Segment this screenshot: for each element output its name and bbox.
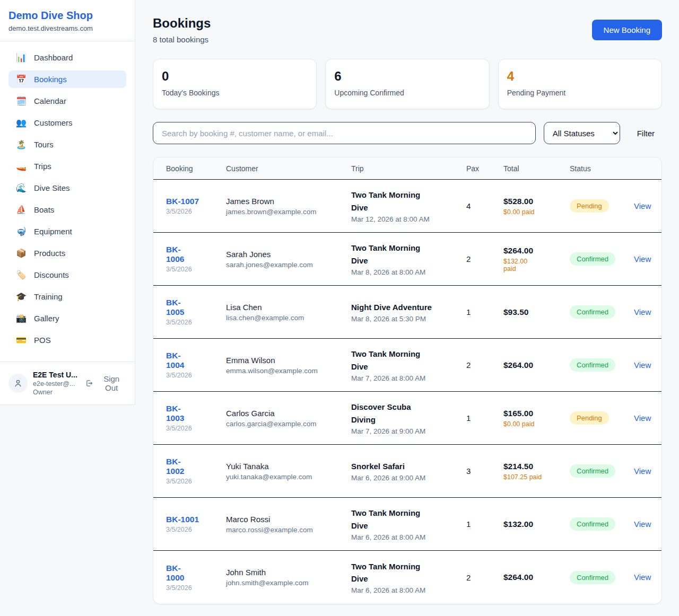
trip-name: Two Tank Morning Dive [351,348,459,373]
view-link[interactable]: View [634,573,651,582]
sign-out-label: Sign Out [97,374,126,392]
bookings-table: Booking Customer Trip Pax Total Status B… [153,157,662,604]
customer-name: Carlos Garcia [226,409,344,418]
status-badge: Confirmed [570,517,615,531]
total-amount: $165.00 [503,409,562,418]
stat-card-pending-payment: 4 Pending Payment [498,59,662,109]
sidebar-item-training[interactable]: 🎓 Training [8,288,126,305]
customer-email: lisa.chen@example.com [226,314,344,322]
stat-label: Today's Bookings [162,89,308,97]
booking-id-link[interactable]: BK- 1004 [166,351,184,370]
sign-out-button[interactable]: Sign Out [85,374,126,392]
customer-email: sarah.jones@example.com [226,261,344,269]
dashboard-icon: 📊 [16,54,27,62]
booking-id-link[interactable]: BK-1001 [166,515,199,524]
sidebar-item-boats[interactable]: ⛵ Boats [8,201,126,218]
total-amount: $264.00 [503,573,562,582]
status-badge: Pending [570,411,609,425]
sidebar-nav: 📊 Dashboard 📅 Bookings 🗓️ Calendar 👥 Cus… [0,41,135,358]
pax-count: 2 [466,360,503,369]
stat-value: 6 [334,69,480,84]
stat-value: 0 [162,69,308,84]
trip-datetime: Mar 12, 2026 at 8:00 AM [351,215,459,223]
view-link[interactable]: View [634,467,651,476]
total-amount: $93.50 [503,307,562,317]
tours-icon: 🏝️ [16,140,27,149]
column-header-pax: Pax [466,164,503,173]
total-amount: $264.00 [503,360,562,370]
trip-datetime: Mar 6, 2026 at 8:00 AM [351,586,459,594]
trip-name: Two Tank Morning Dive [351,560,459,585]
search-input[interactable] [153,122,536,144]
booking-id-link[interactable]: BK- 1000 [166,564,184,583]
user-email: e2e-tester@... [33,380,80,388]
status-filter-select[interactable]: All Statuses [544,122,620,144]
sidebar: Demo Dive Shop demo.test.divestreams.com… [0,0,135,405]
table-row: BK-1001 3/5/2026 Marco Rossi marco.rossi… [153,498,661,551]
customer-name: Sarah Jones [226,250,344,259]
customer-name: James Brown [226,197,344,206]
sidebar-item-pos[interactable]: 💳 POS [8,331,126,349]
sidebar-item-equipment[interactable]: 🤿 Equipment [8,223,126,240]
view-link[interactable]: View [634,254,651,263]
sidebar-item-label: POS [34,336,51,345]
gallery-icon: 📸 [16,314,27,323]
filter-button[interactable]: Filter [630,125,662,142]
booking-id-link[interactable]: BK- 1002 [166,457,184,476]
trips-icon: 🚤 [16,162,27,171]
paid-amount: $132.00 paid [503,258,562,272]
sidebar-item-customers[interactable]: 👥 Customers [8,114,126,131]
trip-name: Two Tank Morning Dive [351,507,459,532]
sidebar-item-trips[interactable]: 🚤 Trips [8,157,126,175]
sidebar-item-tours[interactable]: 🏝️ Tours [8,136,126,153]
sidebar-item-label: Trips [34,162,51,171]
customer-name: John Smith [226,568,344,577]
booking-id-link[interactable]: BK-1007 [166,197,199,206]
filter-row: All Statuses Filter [153,122,662,144]
page-header: Bookings 8 total bookings New Booking [153,16,662,44]
sidebar-item-label: Training [34,292,63,301]
table-row: BK- 1003 3/5/2026 Carlos Garcia carlos.g… [153,392,661,445]
trip-datetime: Mar 7, 2026 at 8:00 AM [351,374,459,382]
booking-date: 3/5/2026 [166,319,219,326]
discounts-icon: 🏷️ [16,271,27,279]
calendar-icon: 🗓️ [16,97,27,105]
sidebar-item-gallery[interactable]: 📸 Gallery [8,310,126,327]
bookings-icon: 📅 [16,75,27,84]
sidebar-item-dive-sites[interactable]: 🌊 Dive Sites [8,179,126,197]
sidebar-item-label: Dashboard [34,53,73,62]
user-section: E2E Test U... e2e-tester@... Owner Sign … [0,362,135,404]
trip-name: Snorkel Safari [351,460,459,472]
sidebar-item-label: Calendar [34,96,66,105]
customer-name: Emma Wilson [226,356,344,365]
sidebar-item-bookings[interactable]: 📅 Bookings [8,71,126,88]
booking-date: 3/5/2026 [166,526,219,533]
main-content: Bookings 8 total bookings New Booking 0 … [135,0,679,616]
booking-id-link[interactable]: BK- 1006 [166,245,184,264]
sidebar-item-products[interactable]: 📦 Products [8,244,126,262]
sidebar-item-dashboard[interactable]: 📊 Dashboard [8,49,126,66]
pax-count: 4 [466,201,503,210]
customer-email: emma.wilson@example.com [226,367,344,375]
view-link[interactable]: View [634,201,651,210]
user-info: E2E Test U... e2e-tester@... Owner [33,371,80,396]
sidebar-item-discounts[interactable]: 🏷️ Discounts [8,266,126,284]
view-link[interactable]: View [634,360,651,369]
view-link[interactable]: View [634,413,651,423]
training-icon: 🎓 [16,293,27,301]
view-link[interactable]: View [634,307,651,316]
trip-name: Two Tank Morning Dive [351,189,459,214]
user-role: Owner [33,389,80,396]
new-booking-button[interactable]: New Booking [592,20,662,40]
sidebar-item-label: Discounts [34,270,69,279]
booking-id-link[interactable]: BK- 1003 [166,404,184,423]
booking-id-link[interactable]: BK- 1005 [166,298,184,317]
pax-count: 3 [466,467,503,476]
stat-card-upcoming-confirmed: 6 Upcoming Confirmed [325,59,489,109]
view-link[interactable]: View [634,520,651,529]
table-row: BK- 1006 3/5/2026 Sarah Jones sarah.jone… [153,233,661,286]
customer-name: Marco Rossi [226,515,344,524]
customers-icon: 👥 [16,119,27,127]
person-icon [13,379,23,388]
sidebar-item-calendar[interactable]: 🗓️ Calendar [8,92,126,110]
